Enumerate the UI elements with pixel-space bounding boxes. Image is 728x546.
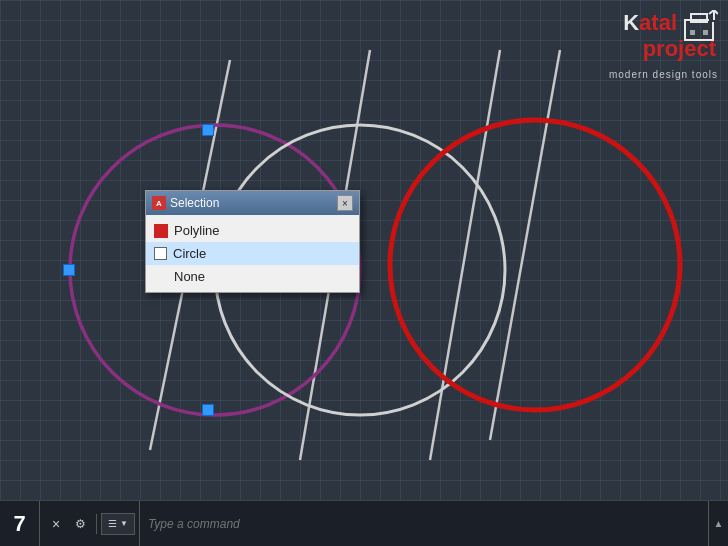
none-label: None	[174, 269, 205, 284]
dialog-content: Polyline Circle None	[146, 215, 359, 292]
svg-line-2	[430, 50, 500, 460]
logo-tagline-text: modern design tools	[609, 69, 718, 80]
logo-project-text: project	[643, 36, 716, 61]
logo: Katal project modern design tools	[609, 10, 718, 82]
svg-point-6	[390, 120, 680, 410]
toolbar-icons: × ⚙	[40, 514, 97, 534]
handle-bottom[interactable]	[202, 404, 214, 416]
toolbar-scroll-arrow[interactable]: ▲	[708, 501, 728, 547]
command-input[interactable]	[140, 501, 708, 547]
logo-katal-text: Katal	[623, 10, 677, 36]
dropdown-arrow: ▼	[120, 519, 128, 528]
dialog-titlebar[interactable]: A Selection ×	[146, 191, 359, 215]
handle-top[interactable]	[202, 124, 214, 136]
svg-rect-12	[703, 30, 708, 35]
dialog-close-button[interactable]: ×	[337, 195, 353, 211]
dialog-title: Selection	[170, 196, 219, 210]
handle-left[interactable]	[63, 264, 75, 276]
dialog-item-polyline[interactable]: Polyline	[146, 219, 359, 242]
toolbar-number: 7	[0, 501, 40, 547]
toolbar: 7 × ⚙ ☰ ▼ ▲	[0, 500, 728, 546]
dialog-app-icon: A	[152, 196, 166, 210]
toolbar-close-icon[interactable]: ×	[46, 514, 66, 534]
dialog-item-circle[interactable]: Circle	[146, 242, 359, 265]
polyline-label: Polyline	[174, 223, 220, 238]
polyline-icon	[154, 224, 168, 238]
selection-dialog: A Selection × Polyline Circle None	[145, 190, 360, 293]
circle-icon	[154, 247, 167, 260]
dropdown-icon: ☰	[108, 518, 117, 529]
toolbar-settings-icon[interactable]: ⚙	[70, 514, 90, 534]
dialog-item-none[interactable]: None	[146, 265, 359, 288]
circle-label: Circle	[173, 246, 206, 261]
svg-line-3	[490, 50, 560, 440]
toolbar-dropdown[interactable]: ☰ ▼	[97, 501, 140, 547]
svg-rect-11	[690, 30, 695, 35]
